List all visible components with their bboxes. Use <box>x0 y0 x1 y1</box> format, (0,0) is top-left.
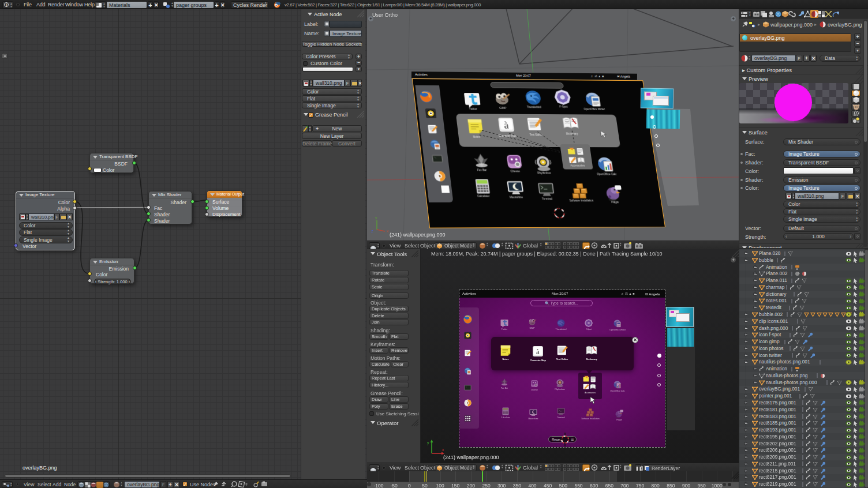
svg-text:z: z <box>371 229 373 233</box>
svg-text:y: y <box>427 441 429 445</box>
svg-text:y: y <box>375 216 377 220</box>
svg-text:x: x <box>387 229 389 233</box>
svg-text:x: x <box>442 448 444 452</box>
